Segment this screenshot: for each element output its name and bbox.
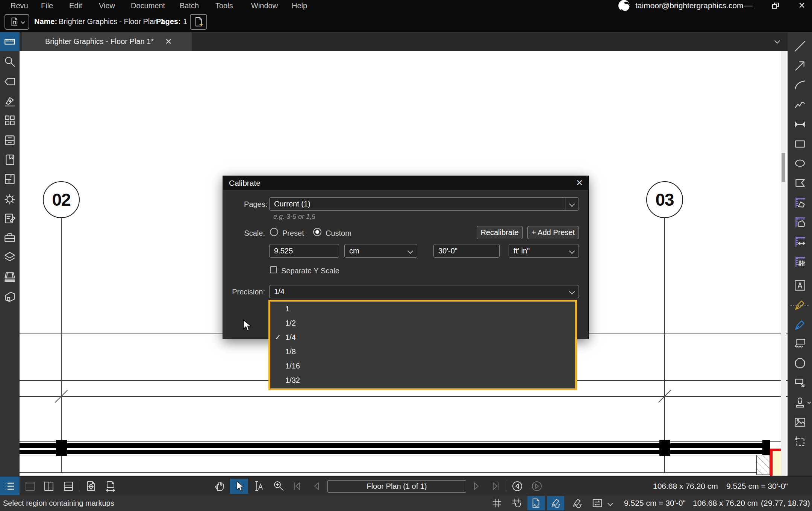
measure-length-button[interactable] bbox=[792, 234, 807, 249]
reuse-markup-button[interactable] bbox=[547, 496, 564, 510]
add-preset-button[interactable]: + Add Preset bbox=[527, 226, 579, 239]
image-tool-button[interactable] bbox=[792, 415, 807, 430]
search-panel-button[interactable] bbox=[2, 55, 17, 70]
toolchest-panel-button[interactable] bbox=[2, 230, 17, 245]
stamp-tool-button[interactable] bbox=[792, 395, 807, 410]
scale-unit-1-select[interactable]: cm bbox=[344, 244, 417, 258]
text-box-tool-button[interactable] bbox=[792, 278, 807, 293]
add-page-button[interactable] bbox=[190, 14, 207, 30]
preset-radio[interactable] bbox=[270, 228, 278, 236]
precision-option-1-32[interactable]: 1/32 bbox=[270, 373, 575, 387]
previous-page-button[interactable] bbox=[309, 479, 325, 494]
grid-toggle-button[interactable] bbox=[488, 496, 506, 510]
ellipse-tool-button[interactable] bbox=[792, 156, 807, 171]
settings-panel-button[interactable] bbox=[2, 192, 17, 207]
dialog-header[interactable]: Calibrate ✕ bbox=[223, 176, 588, 190]
arrow-tool-button[interactable] bbox=[792, 58, 807, 73]
rectangle-tool-button[interactable] bbox=[792, 136, 807, 152]
select-text-button[interactable] bbox=[250, 479, 267, 494]
callout-arrow-tool-button[interactable] bbox=[792, 375, 807, 390]
dialog-close-icon[interactable]: ✕ bbox=[576, 178, 583, 188]
bookmarks-panel-button[interactable] bbox=[2, 152, 17, 167]
scale-unit-1-chevron[interactable] bbox=[403, 244, 417, 257]
restore-button[interactable] bbox=[767, 0, 784, 11]
snap-to-grid-button[interactable] bbox=[508, 496, 525, 510]
model-panel-button[interactable] bbox=[2, 289, 17, 304]
separate-y-checkbox[interactable] bbox=[270, 266, 277, 273]
fit-width-button[interactable] bbox=[102, 479, 119, 494]
menu-tools[interactable]: Tools bbox=[213, 0, 235, 11]
markup-tools-button[interactable] bbox=[2, 94, 17, 109]
split-horizontal-button[interactable] bbox=[60, 479, 77, 494]
fit-page-button[interactable] bbox=[83, 479, 99, 494]
line-tool-button[interactable] bbox=[792, 39, 807, 54]
split-vertical-button[interactable] bbox=[41, 479, 57, 494]
count-tool-button[interactable] bbox=[792, 254, 807, 269]
measure-area-button[interactable] bbox=[792, 215, 807, 230]
next-view-button[interactable] bbox=[529, 479, 545, 494]
zoom-tool-button[interactable] bbox=[270, 479, 287, 494]
spaces-panel-button[interactable] bbox=[2, 171, 17, 187]
tab-list-chevron-icon[interactable] bbox=[774, 38, 780, 44]
pages-select[interactable]: Current (1) bbox=[269, 197, 579, 211]
scale-unit-2-select[interactable]: ft' in" bbox=[509, 244, 579, 258]
previous-view-button[interactable] bbox=[509, 479, 526, 494]
dimension-tool-button[interactable] bbox=[792, 117, 807, 132]
tags-panel-button[interactable] bbox=[2, 74, 17, 89]
menu-batch[interactable]: Batch bbox=[177, 0, 201, 11]
document-menu-button[interactable] bbox=[5, 14, 29, 30]
last-page-button[interactable] bbox=[487, 479, 504, 494]
precision-option-1-8[interactable]: 1/8 bbox=[270, 344, 575, 359]
reuse-document-button[interactable] bbox=[527, 496, 545, 510]
scale-unit-2-chevron[interactable] bbox=[565, 244, 579, 257]
scale-value-1-input[interactable] bbox=[269, 244, 339, 258]
pages-select-chevron[interactable] bbox=[565, 198, 579, 210]
vertical-scrollbar[interactable] bbox=[781, 51, 786, 476]
menu-help[interactable]: Help bbox=[289, 0, 309, 11]
menu-view[interactable]: View bbox=[97, 0, 117, 11]
precision-option-1[interactable]: 1 bbox=[270, 302, 575, 316]
precision-option-1-4[interactable]: ✓1/4 bbox=[270, 330, 575, 344]
close-button[interactable]: ✕ bbox=[793, 0, 810, 11]
pen-tool-button[interactable] bbox=[792, 317, 807, 332]
thumbnails-panel-button[interactable] bbox=[2, 113, 17, 128]
tool-reuse-button[interactable] bbox=[568, 496, 586, 510]
precision-option-1-2[interactable]: 1/2 bbox=[270, 316, 575, 330]
menu-document[interactable]: Document bbox=[129, 0, 167, 11]
recalibrate-button[interactable]: Recalibrate bbox=[477, 226, 523, 239]
menu-edit[interactable]: Edit bbox=[67, 0, 84, 11]
cloud-tool-button[interactable] bbox=[792, 356, 807, 371]
polyline-tool-button[interactable] bbox=[792, 97, 807, 112]
custom-radio[interactable] bbox=[313, 228, 321, 236]
file-access-button[interactable] bbox=[2, 133, 17, 148]
sync-views-button[interactable] bbox=[589, 496, 606, 510]
menu-file[interactable]: File bbox=[39, 0, 55, 11]
next-page-button[interactable] bbox=[468, 479, 484, 494]
callout-tool-button[interactable] bbox=[792, 336, 807, 351]
page-display-box[interactable]: Floor Plan (1 of 1) bbox=[327, 480, 466, 493]
markup-list-panel-button[interactable] bbox=[2, 211, 17, 226]
single-pane-button[interactable] bbox=[22, 479, 38, 494]
select-tool-button[interactable] bbox=[230, 479, 248, 494]
snapshot-tool-button[interactable] bbox=[792, 435, 807, 450]
pan-tool-button[interactable] bbox=[211, 479, 228, 494]
highlighter-tool-button[interactable] bbox=[792, 297, 807, 312]
tab-close-icon[interactable]: ✕ bbox=[165, 37, 172, 47]
layers-panel-button[interactable] bbox=[2, 250, 17, 265]
measure-panel-button[interactable] bbox=[0, 32, 20, 51]
sync-options-chevron-icon[interactable] bbox=[607, 500, 614, 506]
precision-option-1-16[interactable]: 1/16 bbox=[270, 359, 575, 373]
polygon-tool-button[interactable] bbox=[792, 175, 807, 190]
arc-tool-button[interactable] bbox=[792, 77, 807, 92]
scale-value-2-input[interactable] bbox=[433, 244, 500, 258]
minimize-button[interactable]: — bbox=[740, 0, 757, 11]
markup-list-toggle-button[interactable] bbox=[0, 476, 20, 496]
scrollbar-thumb[interactable] bbox=[782, 153, 785, 182]
precision-select[interactable]: 1/4 bbox=[269, 285, 579, 298]
menu-revu[interactable]: Revu bbox=[8, 0, 30, 11]
first-page-button[interactable] bbox=[289, 479, 306, 494]
drawings-panel-button[interactable] bbox=[2, 269, 17, 284]
measure-perimeter-button[interactable] bbox=[792, 195, 807, 210]
tab-floor-plan[interactable]: Brighter Graphics - Floor Plan 1* ✕ bbox=[22, 32, 192, 51]
account-email[interactable]: taimoor@brightergraphics.com bbox=[635, 0, 743, 11]
